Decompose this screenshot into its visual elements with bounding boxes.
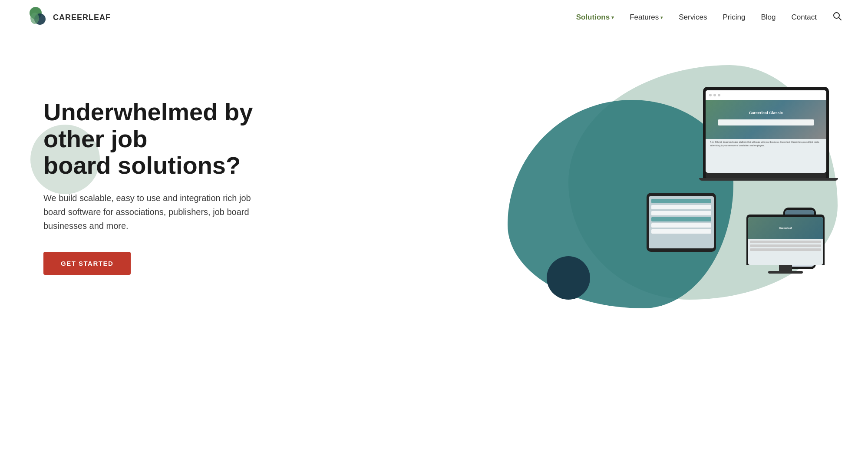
nav-dot: [709, 94, 712, 96]
nav-features[interactable]: Features ▾: [630, 13, 663, 22]
nav-solutions[interactable]: Solutions ▾: [576, 13, 614, 22]
header: CAREERLEAF Solutions ▾ Features ▾ Servic…: [0, 0, 868, 35]
decorative-blob-navy: [547, 256, 590, 300]
tablet-device: [647, 193, 716, 252]
logo-text: CAREERLEAF: [53, 13, 111, 22]
hero-heading: Underwhelmed by other job board solution…: [43, 99, 295, 179]
chevron-down-icon: ▾: [660, 15, 663, 20]
hero-illustration: Careerleaf Classic A no frills job board…: [521, 61, 833, 313]
nav-dot: [718, 94, 720, 96]
search-icon[interactable]: [832, 11, 842, 23]
svg-point-2: [30, 13, 39, 24]
hero-section: Underwhelmed by other job board solution…: [0, 35, 868, 347]
logo-icon: [26, 6, 49, 29]
hero-subtext: We build scalable, easy to use and integ…: [43, 191, 269, 233]
nav-contact[interactable]: Contact: [791, 13, 817, 22]
get-started-button[interactable]: GET STARTED: [43, 252, 131, 275]
laptop-device: Careerleaf Classic A no frills job board…: [703, 87, 829, 181]
hero-content: Underwhelmed by other job board solution…: [43, 99, 295, 275]
mock-laptop-title: Careerleaf Classic: [749, 111, 783, 115]
logo[interactable]: CAREERLEAF: [26, 6, 111, 29]
nav-pricing[interactable]: Pricing: [723, 13, 745, 22]
monitor-device: Careerleaf: [746, 215, 825, 274]
nav-blog[interactable]: Blog: [761, 13, 776, 22]
laptop-screen: Careerleaf Classic A no frills job board…: [706, 90, 826, 173]
nav-services[interactable]: Services: [679, 13, 707, 22]
mock-laptop-body: A no frills job board and sales platform…: [706, 139, 826, 149]
main-nav: Solutions ▾ Features ▾ Services Pricing …: [576, 11, 842, 23]
device-illustrations: Careerleaf Classic A no frills job board…: [647, 78, 829, 278]
svg-line-4: [839, 18, 842, 20]
nav-dot: [713, 94, 716, 96]
chevron-down-icon: ▾: [611, 15, 614, 20]
